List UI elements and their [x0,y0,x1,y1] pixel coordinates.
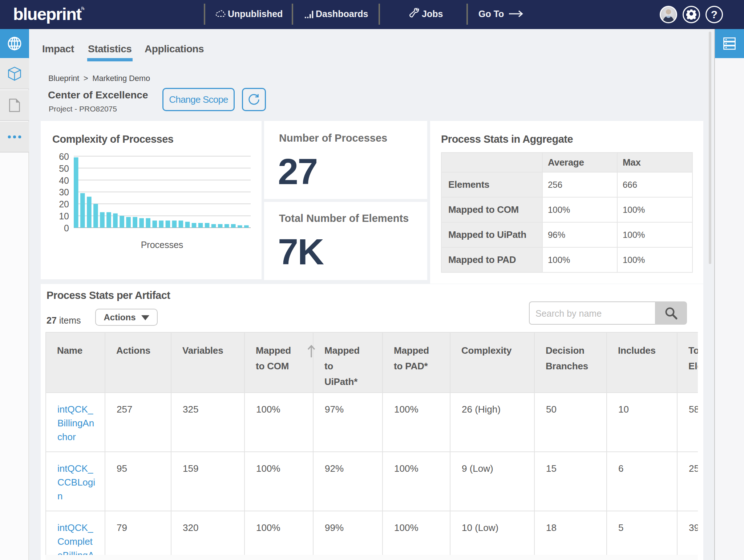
svg-text:40: 40 [59,175,69,186]
svg-text:50: 50 [59,163,69,174]
svg-text:20: 20 [59,199,69,209]
svg-text:Processes: Processes [141,240,183,250]
svg-text:30: 30 [59,187,69,197]
svg-text:10: 10 [59,211,69,221]
svg-text:0: 0 [64,223,69,233]
svg-text:60: 60 [59,151,69,162]
